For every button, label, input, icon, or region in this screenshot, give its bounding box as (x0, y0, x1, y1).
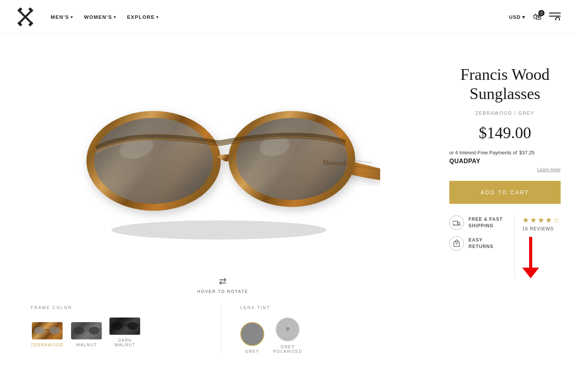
svg-point-8 (556, 17, 559, 20)
returns-text: EASY RETURNS (468, 237, 506, 250)
product-title: Francis Wood Sunglasses (449, 65, 561, 104)
returns-icon (449, 236, 464, 251)
frame-option-label-dark-walnut: DARKWALNUT (114, 338, 136, 347)
chevron-down-icon: ▾ (156, 15, 159, 19)
lens-option-label-grey-polarized: GREYPOLARIZED (273, 344, 303, 354)
svg-point-38 (454, 225, 455, 226)
svg-point-39 (458, 225, 459, 226)
svg-point-21 (111, 220, 326, 240)
nav-explore[interactable]: EXPLORE ▾ (127, 14, 159, 20)
frame-color-section: FRAME COLOR (31, 305, 221, 354)
frame-option-zebrawood[interactable]: ZEBRAWOOD (31, 322, 63, 347)
chevron-down-icon: ▾ (114, 15, 116, 19)
frame-color-options: ZEBRAWOOD WALN (31, 318, 205, 347)
site-logo[interactable] (15, 7, 35, 27)
product-image-section: Shwood ⇄ HOVER TO ROTATE FRAME COLOR (0, 34, 438, 377)
lens-option-grey[interactable]: GREY (240, 322, 264, 354)
lens-tint-options: GREY P GREYPOLARIZED (240, 318, 415, 354)
hover-rotate-label: HOVER TO ROTATE (197, 289, 248, 294)
cart-button[interactable]: 🛍 0 (533, 12, 541, 22)
product-options: FRAME COLOR (15, 294, 430, 369)
svg-point-33 (127, 322, 138, 330)
svg-point-15 (94, 118, 213, 204)
frame-option-walnut[interactable]: WALNUT (71, 322, 102, 347)
star-rating: ★★★★☆ (522, 215, 561, 225)
quadpay-learn-more-link[interactable]: Learn more (449, 167, 561, 172)
perks-list: FREE & FASTSHIPPING EASY RETURNS (449, 215, 506, 251)
svg-point-23 (50, 327, 60, 334)
lens-tint-section: LENS TINT GREY P GREYPOLARIZED (221, 305, 415, 354)
svg-point-28 (89, 327, 99, 334)
product-perks: FREE & FASTSHIPPING EASY RETURNS ★★★★☆ (449, 215, 561, 278)
lens-tint-label: LENS TINT (240, 305, 415, 310)
frame-option-label-zebrawood: ZEBRAWOOD (31, 342, 63, 347)
quadpay-logo: QUADPAY (449, 158, 480, 165)
svg-rect-37 (453, 221, 458, 225)
svg-rect-2 (17, 7, 22, 12)
arrow-line (529, 237, 532, 268)
perk-shipping: FREE & FASTSHIPPING (449, 215, 506, 230)
site-header: MEN'S ▾ WOMEN'S ▾ EXPLORE ▾ USD ▾ 🛍 0 (0, 0, 576, 34)
shipping-text: FREE & FASTSHIPPING (468, 216, 503, 229)
svg-point-27 (73, 327, 84, 334)
nav-womens[interactable]: WOMEN'S ▾ (84, 14, 116, 20)
svg-rect-4 (17, 22, 22, 26)
product-price: $149.00 (449, 124, 561, 142)
quadpay-text: or 4 Interest-Free Payments of (449, 150, 517, 155)
quadpay-section: or 4 Interest-Free Payments of $37.25 QU… (449, 150, 561, 172)
product-info-section: Francis Wood Sunglasses ZEBRAWOOD / GREY… (438, 34, 576, 294)
frame-option-label-walnut: WALNUT (76, 342, 97, 347)
chevron-down-icon: ▾ (71, 15, 73, 19)
shipping-icon (449, 215, 464, 230)
arrow-head (522, 268, 539, 278)
product-variant: ZEBRAWOOD / GREY (449, 111, 561, 116)
frame-option-dark-walnut[interactable]: DARKWALNUT (109, 318, 140, 347)
main-nav: MEN'S ▾ WOMEN'S ▾ EXPLORE ▾ (51, 14, 159, 20)
hover-rotate-indicator: ⇄ HOVER TO ROTATE (197, 276, 248, 294)
nav-mens[interactable]: MEN'S ▾ (51, 14, 73, 20)
lens-option-grey-polarized[interactable]: P GREYPOLARIZED (273, 318, 303, 354)
lens-swatch-grey (240, 322, 264, 346)
lens-option-label-grey: GREY (245, 349, 259, 354)
cart-count: 0 (538, 10, 545, 16)
reviews-section[interactable]: ★★★★☆ 16 REVIEWS (514, 215, 561, 278)
svg-text:Shwood: Shwood (323, 159, 346, 167)
quadpay-amount: $37.25 (519, 150, 535, 155)
add-to-cart-button[interactable]: ADD TO CART (449, 181, 561, 204)
svg-rect-3 (28, 7, 33, 12)
svg-point-32 (112, 322, 122, 330)
rotate-icon: ⇄ (219, 276, 227, 287)
product-image: Shwood (65, 61, 380, 261)
frame-color-label: FRAME COLOR (31, 305, 205, 310)
chevron-down-icon: ▾ (522, 14, 525, 20)
product-image-container: Shwood (50, 50, 396, 272)
currency-selector[interactable]: USD ▾ (509, 14, 525, 20)
review-count: 16 REVIEWS (522, 226, 554, 232)
lens-swatch-grey-polarized: P (276, 318, 300, 341)
svg-rect-5 (28, 22, 33, 26)
search-icon[interactable] (549, 12, 561, 22)
svg-point-22 (34, 327, 45, 334)
perk-returns: EASY RETURNS (449, 236, 506, 251)
review-arrow-indicator (522, 237, 539, 278)
main-content: Shwood ⇄ HOVER TO ROTATE FRAME COLOR (0, 34, 576, 377)
